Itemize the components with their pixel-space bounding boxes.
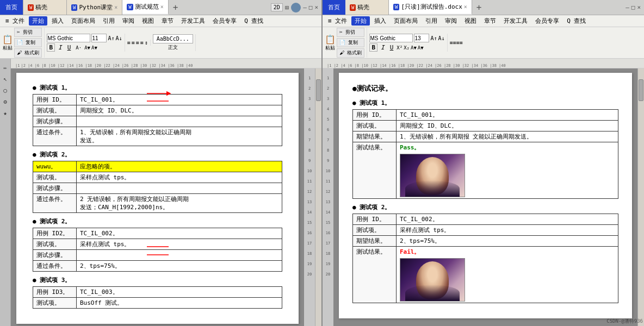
highlight-color-left[interactable]: A▼ [84, 45, 90, 51]
tab-python-left[interactable]: W Python课堂 × [67, 0, 122, 15]
menu-file-left[interactable]: ≡ 文件 [2, 16, 28, 26]
copy-btn-right[interactable]: 📄 复制 [337, 38, 364, 47]
menu-view-left[interactable]: 视图 [139, 16, 157, 26]
menu-file-right[interactable]: ≡ 文件 [325, 16, 350, 26]
align-center-btn[interactable]: ≡ [132, 40, 135, 46]
left-content-col: |1 |2 |4 |6 |8 |10 |12 |14 |16 |18 |20 |… [11, 59, 321, 326]
copy-btn-left[interactable]: 📄 复制 [14, 38, 42, 47]
left-scrollbar[interactable] [315, 68, 321, 326]
menu-layout-right[interactable]: 页面布局 [391, 16, 421, 26]
view-btn-2d[interactable]: 2D [271, 3, 283, 11]
right-scroll-thumb[interactable] [639, 79, 643, 101]
minimize-btn-left[interactable]: — [303, 4, 307, 11]
italic-btn-left[interactable]: I [56, 43, 64, 52]
menu-review-left[interactable]: 审阅 [119, 16, 138, 26]
tab-gaoke-left[interactable]: W 稿壳 [23, 0, 67, 15]
font-size-input-right[interactable] [414, 34, 429, 42]
underline-btn-left[interactable]: U [65, 43, 73, 52]
menu-dev-right[interactable]: 开发工具 [500, 16, 531, 26]
cut-btn-left[interactable]: ✂ 剪切 [14, 28, 42, 37]
font-grow-btn-left[interactable]: A↑ [108, 35, 114, 41]
format-copy-btn-left[interactable]: 🖌 格式刷 [14, 48, 42, 58]
tab-gaoke-right[interactable]: W 稿壳 [345, 0, 389, 15]
table-cell-label: 测试步骤。 [33, 250, 77, 261]
menu-chapter-right[interactable]: 章节 [481, 16, 499, 26]
paste-btn-left[interactable]: 📋 粘贴 [2, 34, 13, 52]
menu-member-right[interactable]: 会员专享 [532, 16, 562, 26]
tab-add-right[interactable]: + [472, 0, 486, 15]
paste-btn-right[interactable]: 📋 粘贴 [325, 34, 336, 52]
font-color-right[interactable]: A▼ [418, 45, 424, 51]
strikethrough-btn-left[interactable]: A· [74, 45, 83, 51]
superscript-btn-right[interactable]: X² [397, 45, 403, 51]
menu-search-right[interactable]: Q 查找 [564, 16, 589, 26]
format-copy-btn-right[interactable]: 🖌 格式刷 [337, 48, 364, 58]
tab-close-report-right[interactable]: × [464, 4, 467, 10]
pencil-icon[interactable]: ✏ [3, 64, 7, 71]
menu-ref-right[interactable]: 引用 [422, 16, 441, 26]
font-shrink-btn-right[interactable]: A↓ [438, 35, 444, 41]
right-scrollbar[interactable] [637, 68, 644, 326]
menu-chapter-left[interactable]: 章节 [158, 16, 177, 26]
table-row: 期望结果。 1、无错误帧，所有周期报 文能以正确周期发送。 [353, 131, 618, 142]
menu-view-right[interactable]: 视图 [461, 16, 480, 26]
tab-icon-spec-left: W [127, 4, 133, 10]
tab-home-left[interactable]: 首页 [0, 0, 23, 15]
tab-close-spec-left[interactable]: × [160, 4, 164, 10]
font-name-input-right[interactable] [369, 34, 413, 42]
left-scroll-thumb[interactable] [316, 79, 321, 101]
menu-insert-left[interactable]: 插入 [48, 16, 67, 26]
left-tab-bar: 首页 W 稿壳 W Python课堂 × W 测试规范 × + 2D [0, 0, 321, 15]
table-cell-label: 用例 ID。 [33, 95, 77, 105]
table-cell-value: TC_IL_002。 [397, 214, 618, 225]
highlight-color-right[interactable]: A▼ [411, 45, 417, 51]
align-btns-right[interactable]: ≡≡≡≡ [450, 40, 463, 46]
menu-insert-right[interactable]: 插入 [371, 16, 389, 26]
bold-btn-left[interactable]: B [47, 43, 55, 52]
justify-btn[interactable]: ≡ [140, 40, 144, 46]
tab-add-left[interactable]: + [169, 0, 183, 15]
bold-btn-right[interactable]: B [369, 43, 377, 52]
subscript-btn-right[interactable]: X₂ [404, 45, 410, 51]
menu-layout-left[interactable]: 页面布局 [68, 16, 98, 26]
menu-member-left[interactable]: 会员专享 [209, 16, 240, 26]
underline-btn-right[interactable]: U [388, 43, 396, 52]
left-line-numbers: 123 456 789 101112 131415 161718 1920 [304, 68, 315, 326]
close-btn-left[interactable]: × [314, 4, 318, 11]
menu-search-left[interactable]: Q 查找 [241, 16, 267, 26]
font-color-left[interactable]: A▼ [91, 45, 97, 51]
align-right-btn[interactable]: ≡ [136, 40, 139, 46]
view-btn-grid[interactable]: ⊞ [285, 4, 289, 11]
circle-icon[interactable]: ○ [3, 87, 7, 94]
italic-btn-right[interactable]: I [379, 43, 387, 52]
table-row: 用例 ID2。 TC_IL_002。 [33, 228, 282, 239]
cursor-icon[interactable]: ↖ [3, 76, 7, 83]
minimize-btn-right[interactable]: — [626, 4, 629, 11]
right-line-numbers: 123 456 789 101112 131415 161718 1920 [323, 68, 333, 326]
menu-ref-left[interactable]: 引用 [100, 16, 118, 26]
menu-start-left[interactable]: 开始 [29, 16, 47, 26]
close-btn-right[interactable]: × [637, 4, 641, 11]
avatar-left[interactable] [291, 3, 301, 12]
font-grow-btn-right[interactable]: A↑ [430, 35, 437, 41]
star-icon-left[interactable]: ★ [3, 110, 7, 117]
line-spacing-btn[interactable]: ↕ [145, 40, 148, 46]
cut-btn-right[interactable]: ✂ 剪切 [337, 28, 364, 37]
tab-spec-left[interactable]: W 测试规范 × [122, 0, 168, 15]
table-cell-value: 1、无错误帧，所有周期报文能以正确周期发送。 [77, 127, 282, 146]
table-row: 用例 ID。 TC_IL_001。 [33, 95, 282, 105]
font-size-input-left[interactable] [91, 34, 107, 42]
menu-start-right[interactable]: 开始 [351, 16, 370, 26]
tab-close-python-left[interactable]: × [114, 4, 117, 10]
tab-home-right[interactable]: 首页 [323, 0, 345, 15]
align-left-btn[interactable]: ≡ [127, 40, 131, 46]
clipboard-section-left: 📋 粘贴 ✂ 剪切 📄 复制 🖌 格式刷 [2, 28, 45, 58]
tab-report-right[interactable]: W [只读]测试报告.docx × [389, 0, 472, 15]
maximize-btn-left[interactable]: □ [309, 4, 313, 11]
font-shrink-btn-left[interactable]: A↓ [115, 35, 122, 41]
settings-icon[interactable]: ⚙ [3, 98, 7, 105]
font-name-input-left[interactable] [47, 34, 90, 42]
menu-review-right[interactable]: 审阅 [442, 16, 460, 26]
menu-dev-left[interactable]: 开发工具 [178, 16, 208, 26]
maximize-btn-right[interactable]: □ [631, 4, 635, 11]
